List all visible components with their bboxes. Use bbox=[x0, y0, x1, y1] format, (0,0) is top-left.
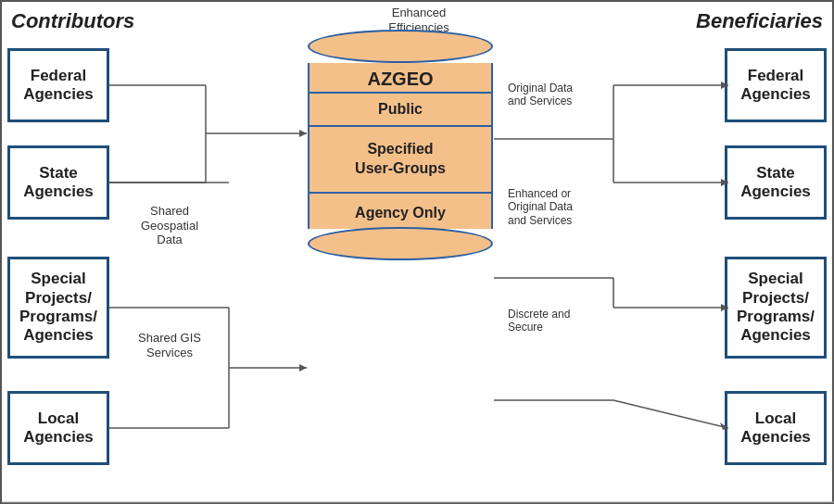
svg-line-22 bbox=[613, 400, 728, 428]
cylinder-section-public: Public bbox=[310, 92, 491, 125]
title-beneficiaries: Beneficiaries bbox=[696, 9, 823, 33]
diagram: Contributors Beneficiaries EnhancedEffic… bbox=[0, 0, 834, 504]
left-box-special: SpecialProjects/Programs/Agencies bbox=[7, 257, 109, 359]
right-box-state: StateAgencies bbox=[725, 145, 827, 220]
svg-marker-9 bbox=[299, 364, 307, 372]
left-box-federal: FederalAgencies bbox=[7, 48, 109, 122]
right-box-federal: FederalAgencies bbox=[725, 48, 827, 122]
cylinder-title: AZGEO bbox=[310, 63, 491, 92]
left-box-local: LocalAgencies bbox=[7, 391, 109, 465]
cylinder-bottom bbox=[308, 227, 493, 260]
title-contributors: Contributors bbox=[11, 9, 134, 33]
cylinder-top bbox=[308, 30, 493, 63]
right-box-local: LocalAgencies bbox=[725, 391, 827, 465]
cylinder-section-agency: Agency Only bbox=[310, 192, 491, 229]
label-enhanced-data: Enhanced orOriginal Dataand Services bbox=[508, 187, 610, 227]
label-orig-data: Original Dataand Services bbox=[508, 82, 610, 108]
label-shared-geo: SharedGeospatialData bbox=[128, 204, 211, 247]
cylinder-section-specified: SpecifiedUser-Groups bbox=[310, 125, 491, 192]
cylinder: AZGEO Public SpecifiedUser-Groups Agency… bbox=[308, 30, 493, 260]
label-shared-gis: Shared GISServices bbox=[128, 331, 211, 359]
svg-marker-4 bbox=[299, 130, 307, 137]
label-discrete: Discrete andSecure bbox=[508, 308, 610, 334]
right-box-special: SpecialProjects/Programs/Agencies bbox=[725, 257, 827, 359]
cylinder-body: AZGEO Public SpecifiedUser-Groups Agency… bbox=[308, 63, 493, 229]
left-box-state: StateAgencies bbox=[7, 145, 109, 220]
